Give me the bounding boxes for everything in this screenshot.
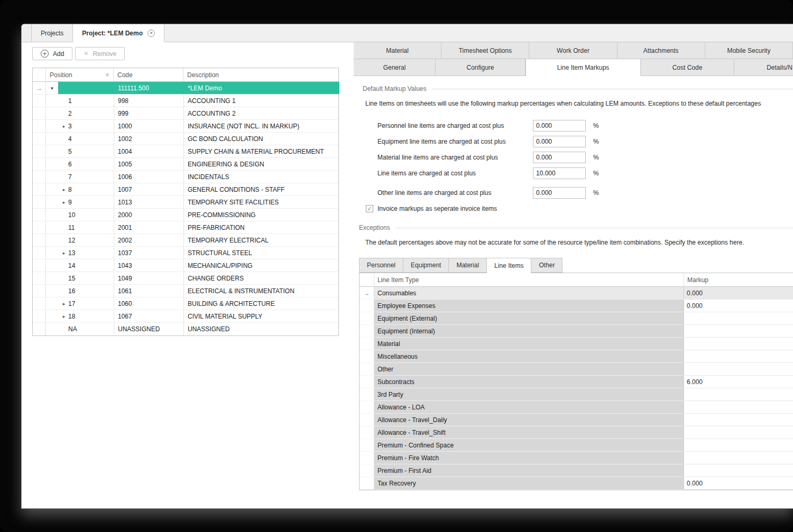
description-cell: ACCOUNTING 2 xyxy=(183,107,339,119)
collapse-icon[interactable]: ▾ xyxy=(46,82,58,94)
tab-project-lem-demo[interactable]: Project: *LEM Demo ✕ xyxy=(73,24,164,42)
position-column-header[interactable]: Position ≡ xyxy=(46,68,114,81)
equipment-markup-input[interactable] xyxy=(533,136,586,147)
markup-cell[interactable] xyxy=(684,350,793,363)
code-cell: 2001 xyxy=(114,221,183,234)
tab-line-item-markups[interactable]: Line Item Markups xyxy=(525,59,641,76)
exception-row[interactable]: Allowance - Travel_Daily xyxy=(359,414,793,426)
expand-icon[interactable]: ▸ xyxy=(60,200,68,205)
exception-row[interactable]: 3rd Party xyxy=(359,388,793,401)
tab-configure[interactable]: Configure xyxy=(436,59,525,76)
tree-row[interactable]: 102000PRE-COMMISSIONING xyxy=(33,209,338,221)
exceptions-tab-personnel[interactable]: Personnel xyxy=(359,258,403,273)
material-markup-input[interactable] xyxy=(533,152,586,163)
tree-row[interactable]: ▸131037STRUCTURAL STEEL xyxy=(33,247,338,259)
row-indicator-cell xyxy=(33,323,46,335)
markup-cell[interactable]: 6.000 xyxy=(684,376,793,388)
line-item-type-column-header[interactable]: Line Item Type xyxy=(374,273,684,286)
tree-row[interactable]: 61005ENGINEERING & DESIGN xyxy=(33,158,338,171)
exception-row[interactable]: Other xyxy=(359,363,793,376)
markup-cell[interactable]: 0.000 xyxy=(684,287,793,300)
exception-row[interactable]: Premium - Fire Watch xyxy=(359,452,793,464)
exception-row[interactable]: Premium - First Aid xyxy=(359,464,793,477)
tree-row[interactable]: ▸181067CIVIL MATERIAL SUPPLY xyxy=(33,310,338,323)
tree-row[interactable]: 151049CHANGE ORDERS xyxy=(33,272,338,285)
tab-attachments[interactable]: Attachments xyxy=(617,42,705,59)
tab-details-n[interactable]: Details/N xyxy=(734,59,793,76)
markup-cell[interactable] xyxy=(684,414,793,426)
markup-cell[interactable] xyxy=(684,363,793,376)
expand-icon[interactable]: ▸ xyxy=(60,187,68,192)
tree-row[interactable]: ▸31000INSURANCE (NOT INCL. IN MARKUP) xyxy=(33,120,338,133)
code-column-header[interactable]: Code xyxy=(114,68,183,81)
code-cell: 1061 xyxy=(114,285,183,297)
markup-cell[interactable] xyxy=(684,338,793,350)
expand-icon[interactable]: ▸ xyxy=(60,314,68,319)
tree-row[interactable]: 71006INCIDENTALS xyxy=(33,171,338,183)
exception-row[interactable]: Equipment (Internal) xyxy=(359,325,793,338)
markup-column-header[interactable]: Markup xyxy=(684,273,793,286)
tree-row[interactable]: →▾111111.500*LEM Demo xyxy=(33,82,338,95)
markup-cell[interactable]: 0.000 xyxy=(684,300,793,312)
position-value: 9 xyxy=(68,199,72,206)
markup-cell[interactable] xyxy=(684,439,793,452)
exception-row[interactable]: Allowance - Travel_Shift xyxy=(359,426,793,439)
tab-cost-code[interactable]: Cost Code xyxy=(641,59,734,76)
invoice-markups-checkbox-row[interactable]: ✓ Invoice markups as seperate invoice it… xyxy=(366,205,793,212)
add-button[interactable]: + Add xyxy=(32,47,72,60)
exception-row[interactable]: Miscellaneous xyxy=(359,350,793,363)
close-tab-icon[interactable]: ✕ xyxy=(147,30,155,37)
tree-row[interactable]: 161061ELECTRICAL & INSTRUMENTATION xyxy=(33,285,338,297)
tab-mobile-security[interactable]: Mobile Security xyxy=(705,42,793,59)
exceptions-tab-equipment[interactable]: Equipment xyxy=(403,258,448,273)
position-cell: ▸17 xyxy=(58,297,114,310)
tree-row[interactable]: 1998ACCOUNTING 1 xyxy=(33,95,338,107)
tree-row[interactable]: ▸171060BUILDING & ARCHITECTURE xyxy=(33,297,338,310)
tab-timesheet-options[interactable]: Timesheet Options xyxy=(441,42,529,59)
tree-row[interactable]: 112001PRE-FABRICATION xyxy=(33,221,338,234)
exception-row[interactable]: Material xyxy=(359,338,793,350)
markup-cell[interactable] xyxy=(684,325,793,338)
line-markup-input[interactable] xyxy=(533,167,586,179)
indicator-column-header xyxy=(359,273,374,286)
tree-row[interactable]: 141043MECHANICAL/PIPING xyxy=(33,259,338,272)
exceptions-tab-material[interactable]: Material xyxy=(448,258,486,273)
code-cell: 998 xyxy=(114,95,183,107)
checkbox-checked-icon[interactable]: ✓ xyxy=(366,205,373,212)
tree-row[interactable]: ▸91013TEMPORARY SITE FACILITIES xyxy=(33,196,338,209)
expand-icon[interactable]: ▸ xyxy=(60,124,68,129)
tab-projects[interactable]: Projects xyxy=(31,24,73,42)
expand-icon[interactable]: ▸ xyxy=(60,301,68,306)
markup-cell[interactable] xyxy=(684,312,793,325)
tab-material[interactable]: Material xyxy=(354,42,441,59)
remove-button[interactable]: ✕ Remove xyxy=(75,47,125,60)
tree-row[interactable]: 2999ACCOUNTING 2 xyxy=(33,107,338,120)
exceptions-tab-other[interactable]: Other xyxy=(531,258,563,273)
tab-work-order[interactable]: Work Order xyxy=(529,42,617,59)
exception-row[interactable]: Employee Expenses0.000 xyxy=(359,300,793,312)
markup-field-row: Material line items are charged at cost … xyxy=(377,152,793,163)
exception-row[interactable]: Equipment (External) xyxy=(359,312,793,325)
exception-row[interactable]: Tax Recovery0.000 xyxy=(359,477,793,490)
exception-row[interactable]: Allowance - LOA xyxy=(359,401,793,414)
markup-cell[interactable] xyxy=(684,388,793,401)
tree-row[interactable]: NAUNASSIGNEDUNASSIGNED xyxy=(33,323,338,335)
tree-row[interactable]: ▸81007GENERAL CONDITIONS - STAFF xyxy=(33,183,338,196)
description-column-header[interactable]: Description xyxy=(183,68,339,81)
personnel-markup-input[interactable] xyxy=(533,120,586,132)
exception-row[interactable]: →Consumables0.000 xyxy=(359,287,793,300)
tree-row[interactable]: 41002GC BOND CALCULATION xyxy=(33,133,338,145)
other-markup-input[interactable] xyxy=(533,187,586,199)
exception-row[interactable]: Subcontracts6.000 xyxy=(359,376,793,388)
markup-cell[interactable] xyxy=(684,401,793,414)
exception-row[interactable]: Premium - Confined Space xyxy=(359,439,793,452)
tree-row[interactable]: 122002TEMPORARY ELECTRICAL xyxy=(33,234,338,247)
markup-cell[interactable]: 0.000 xyxy=(684,477,793,490)
expand-icon[interactable]: ▸ xyxy=(60,250,68,256)
markup-cell[interactable] xyxy=(684,452,793,464)
exceptions-tab-line-items[interactable]: Line Items xyxy=(486,258,531,273)
tab-general[interactable]: General xyxy=(354,59,436,76)
tree-row[interactable]: 51004SUPPLY CHAIN & MATERIAL PROCUREMENT xyxy=(33,145,338,158)
markup-cell[interactable] xyxy=(684,426,793,439)
markup-cell[interactable] xyxy=(684,464,793,477)
